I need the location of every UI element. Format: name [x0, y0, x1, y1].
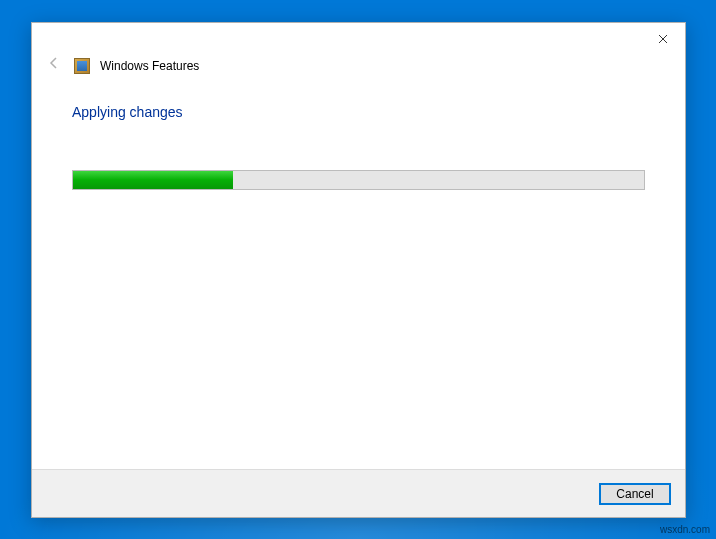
windows-features-icon [74, 58, 90, 74]
titlebar [32, 23, 685, 55]
progress-bar [72, 170, 645, 190]
close-button[interactable] [649, 25, 677, 53]
windows-features-dialog: Windows Features Applying changes Cancel [31, 22, 686, 518]
dialog-footer: Cancel [32, 469, 685, 517]
close-icon [658, 32, 668, 47]
dialog-header: Windows Features [32, 55, 685, 84]
cancel-button[interactable]: Cancel [599, 483, 671, 505]
dialog-body: Applying changes [32, 84, 685, 469]
back-arrow-icon [44, 55, 64, 76]
watermark-text: wsxdn.com [660, 524, 710, 535]
status-heading: Applying changes [72, 104, 645, 120]
dialog-title: Windows Features [100, 59, 199, 73]
progress-fill [73, 171, 233, 189]
